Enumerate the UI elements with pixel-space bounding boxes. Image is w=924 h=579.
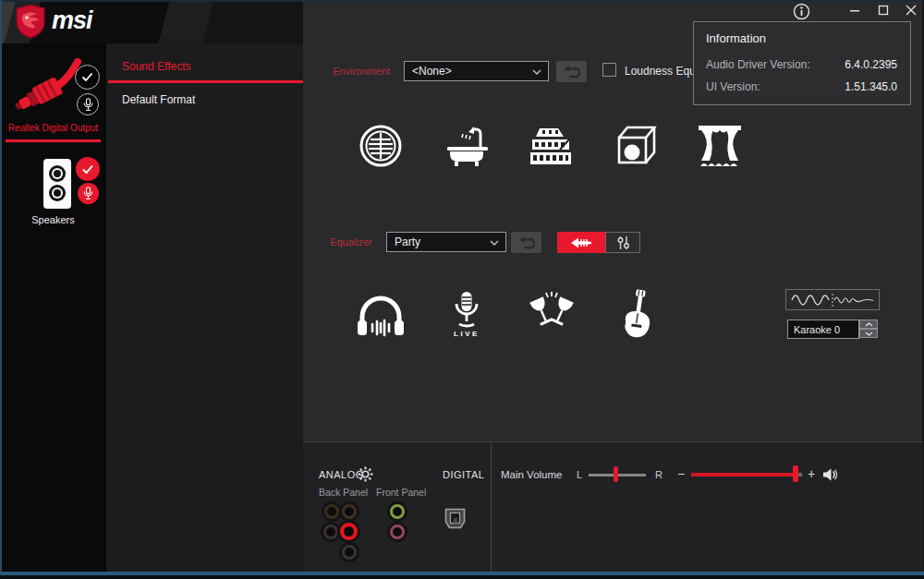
speaker-mute-icon[interactable] [822, 468, 838, 481]
balance-left-label: L [577, 469, 582, 480]
device-name: Speakers [0, 214, 106, 225]
eq-preset-live-mic-icon[interactable] [442, 290, 492, 331]
volume-slider-fill [691, 473, 796, 476]
karaoke-value-field[interactable]: Karaoke 0 [787, 320, 859, 339]
sliders-icon [615, 235, 631, 250]
tab-sound-effects[interactable]: Sound Effects [122, 60, 191, 73]
volume-decrease-button[interactable]: − [677, 466, 685, 481]
trumpet-icon [570, 236, 592, 249]
connector-settings-gear-icon[interactable] [358, 466, 373, 482]
active-tab-underline [108, 80, 303, 83]
environment-label: Environment [314, 66, 390, 77]
back-jack-2[interactable] [342, 504, 357, 519]
msi-shield-logo-icon [14, 4, 47, 39]
microphone-icon [83, 98, 93, 112]
volume-slider-thumb[interactable] [793, 465, 798, 482]
pitch-waveform-icon [790, 293, 875, 308]
information-popup: Information Audio Driver Version: 6.4.0.… [693, 21, 911, 105]
equalizer-selected-value: Party [395, 235, 420, 248]
chevron-down-icon [865, 332, 873, 336]
device-speakers[interactable]: Speakers [0, 152, 106, 231]
main-volume-label: Main Volume [501, 469, 562, 480]
back-jack-5[interactable] [342, 545, 357, 560]
karaoke-step-up-button[interactable] [859, 320, 878, 329]
microphone-badge[interactable] [78, 183, 99, 204]
equalizer-manual-mode-button[interactable] [605, 232, 640, 253]
tab-default-format[interactable]: Default Format [122, 93, 195, 106]
active-device-underline [6, 139, 101, 142]
audio-driver-version-label: Audio Driver Version: [706, 58, 810, 71]
popup-title: Information [706, 31, 766, 45]
digital-label: DIGITAL [443, 469, 484, 480]
environment-selected-value: <None> [412, 65, 452, 78]
menu-sidebar [106, 0, 303, 579]
playback-selected-badge[interactable] [76, 157, 100, 181]
balance-slider-thumb[interactable] [614, 466, 618, 482]
microphone-badge[interactable] [77, 93, 99, 115]
eq-preset-party-glasses-icon[interactable] [525, 290, 578, 338]
equalizer-dropdown[interactable]: Party [386, 232, 506, 252]
chevron-up-icon [865, 322, 873, 327]
audio-driver-version-value: 6.4.0.2395 [845, 58, 897, 71]
environment-arena-icon[interactable] [526, 122, 576, 170]
optical-toslink-port-icon[interactable] [443, 506, 468, 531]
eq-preset-rock-guitar-icon[interactable] [615, 288, 656, 342]
balance-right-label: R [655, 469, 663, 480]
playback-selected-badge[interactable] [75, 65, 100, 90]
ui-version-label: UI Version: [706, 80, 760, 93]
back-jack-1[interactable] [324, 504, 339, 519]
microphone-icon [83, 187, 93, 200]
undo-arrow-icon [564, 66, 580, 78]
volume-increase-button[interactable]: + [808, 466, 815, 481]
check-icon [81, 164, 94, 175]
front-jack-headphone[interactable] [390, 504, 405, 519]
optical-cable-icon [6, 58, 81, 119]
pitch-waveform-display [785, 289, 880, 310]
front-jack-mic[interactable] [390, 525, 405, 539]
back-jack-3[interactable] [323, 525, 338, 539]
check-icon [81, 72, 93, 82]
back-jack-line-out-active[interactable] [340, 523, 358, 540]
environment-bathroom-icon[interactable] [442, 122, 492, 170]
back-panel-label: Back Panel [319, 487, 368, 498]
front-panel-label: Front Panel [376, 487, 426, 498]
device-realtek-digital-output[interactable]: Realtek Digital Output [0, 51, 106, 145]
info-icon[interactable] [792, 2, 810, 20]
minimize-button[interactable] [847, 3, 862, 18]
karaoke-step-down-button[interactable] [859, 329, 878, 338]
msi-brand-text: msi [52, 6, 92, 35]
chevron-down-icon [490, 240, 499, 246]
close-button[interactable] [904, 3, 918, 18]
device-name: Realtek Digital Output [0, 123, 106, 133]
karaoke-value: Karaoke 0 [794, 324, 840, 335]
panel-divider [491, 442, 492, 579]
environment-dropdown[interactable]: <None> [404, 61, 549, 81]
environment-pipe-icon[interactable] [356, 122, 406, 170]
speaker-tower-icon [43, 158, 72, 210]
loudness-equalization-checkbox[interactable] [602, 63, 616, 77]
equalizer-reset-button[interactable] [511, 232, 541, 253]
environment-reset-button[interactable] [556, 61, 587, 82]
chevron-down-icon [532, 69, 541, 75]
equalizer-label: Equalizer [314, 236, 372, 247]
environment-stone-room-icon[interactable] [610, 122, 660, 170]
realtek-audio-console-window: msi [0, 0, 924, 579]
maximize-button[interactable] [876, 3, 891, 18]
environment-stage-curtains-icon[interactable] [695, 122, 745, 170]
live-caption: LIVE [450, 330, 483, 338]
ui-version-value: 1.51.345.0 [845, 80, 897, 93]
undo-arrow-icon [518, 236, 535, 249]
equalizer-preset-mode-button[interactable] [557, 232, 605, 253]
eq-preset-pop-headphones-icon[interactable] [354, 292, 407, 340]
